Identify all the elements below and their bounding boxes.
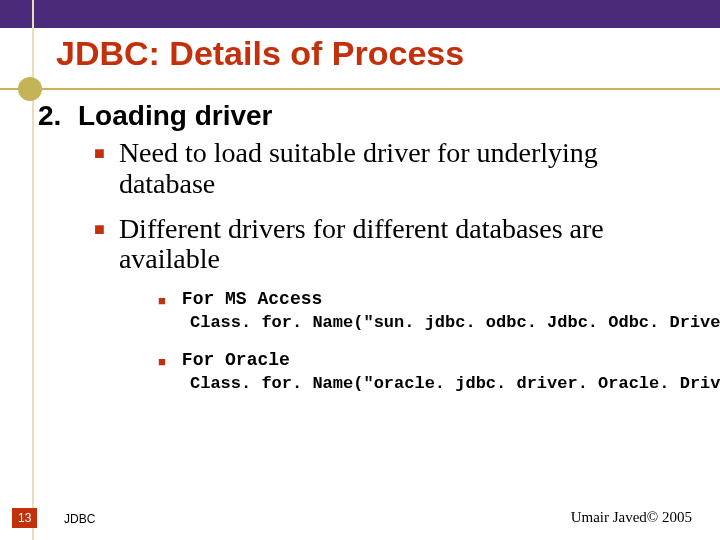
slide-title: JDBC: Details of Process	[56, 34, 464, 73]
bullet-item: ■ Need to load suitable driver for under…	[94, 138, 700, 200]
square-bullet-icon: ■	[158, 289, 166, 309]
square-bullet-icon: ■	[158, 350, 166, 370]
copyright: Umair Javed© 2005	[571, 509, 692, 526]
example-item: ■ For MS Access	[158, 289, 700, 309]
example-item: ■ For Oracle	[158, 350, 700, 370]
bullet-text: Different drivers for different database…	[119, 214, 700, 276]
page-number: 13	[12, 508, 37, 528]
section-number: 2.	[38, 100, 78, 132]
title-divider	[0, 88, 720, 90]
code-snippet: Class. for. Name("sun. jdbc. odbc. Jdbc.…	[190, 313, 700, 332]
footer-label: JDBC	[64, 512, 95, 526]
square-bullet-icon: ■	[94, 214, 105, 276]
section-heading-text: Loading driver	[78, 100, 272, 132]
bullet-item: ■ Different drivers for different databa…	[94, 214, 700, 276]
top-bar	[0, 0, 720, 28]
slide: JDBC: Details of Process 2. Loading driv…	[0, 0, 720, 540]
bullet-text: Need to load suitable driver for underly…	[119, 138, 700, 200]
section-heading: 2. Loading driver	[38, 100, 700, 132]
square-bullet-icon: ■	[94, 138, 105, 200]
code-snippet: Class. for. Name("oracle. jdbc. driver. …	[190, 374, 700, 393]
footer: 13 JDBC Umair Javed© 2005	[0, 506, 720, 528]
example-label: For Oracle	[182, 350, 290, 370]
example-label: For MS Access	[182, 289, 322, 309]
content-area: 2. Loading driver ■ Need to load suitabl…	[38, 100, 700, 403]
